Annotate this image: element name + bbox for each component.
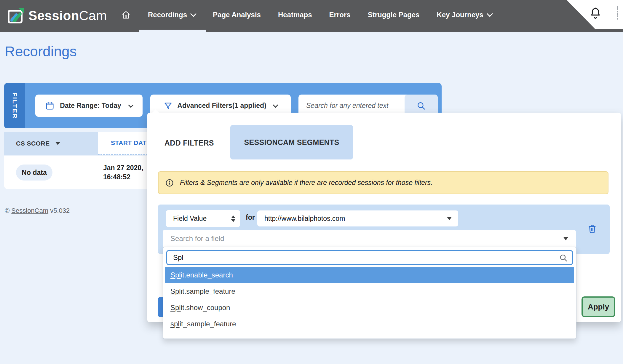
panel-pointer-notch [152,109,159,113]
chevron-down-icon [128,102,133,108]
suggestion-item[interactable]: split_sample_feature [165,316,574,332]
column-header-cs-score[interactable]: CS SCORE [4,132,98,155]
suggestion-item[interactable]: Split.enable_search [165,267,574,283]
dropdown-caret-icon [447,217,452,220]
nav-item-label: Errors [329,11,351,19]
home-icon [121,10,131,20]
field-type-select[interactable]: Field Value [166,210,240,227]
site-select[interactable]: http://www.bilalphotos.com [257,210,458,226]
chevron-down-icon [487,11,493,17]
notifications-button[interactable] [589,7,602,21]
nav-item-errors[interactable]: Errors [321,11,359,19]
sessioncam-footer-link[interactable]: SessionCam [11,207,48,214]
search-icon [559,253,568,264]
info-icon [165,178,174,187]
field-type-value: Field Value [173,215,207,223]
footer-copyright: © SessionCam v5.032 [5,207,70,215]
nav-item-struggle-pages[interactable]: Struggle Pages [359,11,428,19]
nav-item-label: Heatmaps [278,11,312,19]
chevron-down-icon [190,11,197,17]
for-label: for [246,213,255,221]
kebab-menu-icon[interactable] [617,6,618,20]
nav-item-label: Struggle Pages [368,11,420,19]
trash-icon [587,223,597,234]
bell-icon [589,7,602,20]
app-screen: SessionCam Recordings Page Analysis Heat… [0,0,623,364]
cs-score-header-label: CS SCORE [16,140,50,147]
brand-name: SessionCam [28,8,107,23]
nav-item-label: Recordings [148,11,187,19]
start-date-line2: 16:48:52 [103,173,143,182]
funnel-icon [164,101,172,110]
start-date-header-label: START DATE [111,139,151,146]
cs-score-badge: No data [16,165,52,181]
brand-logo[interactable]: SessionCam [7,7,107,24]
suggestion-item[interactable]: Split.show_coupon [165,299,574,316]
delete-filter-button[interactable] [587,223,597,235]
filter-side-tab-label: FILTER [11,92,18,119]
start-date-line1: Jan 27 2020, [103,163,143,173]
site-select-value: http://www.bilalphotos.com [264,215,345,223]
field-suggestions-popup: Split.enable_search Split.sample_feature… [163,247,576,339]
field-search-wrap [166,250,573,265]
field-combo-box[interactable]: Search for a field [163,230,576,247]
tab-add-filters[interactable]: ADD FILTERS [164,139,214,147]
select-spinner-icon [231,215,235,222]
version-label: v5.032 [50,207,70,214]
nav-item-home[interactable] [113,10,139,20]
advanced-filters-label: Advanced Filters(1 applied) [177,102,266,110]
date-range-label: Date Range: Today [60,102,121,110]
field-combo-placeholder: Search for a field [170,234,224,243]
nav-item-label: Page Analysis [213,11,261,19]
sort-descending-icon [55,142,60,145]
chevron-down-icon [273,102,278,108]
advanced-filters-panel: ADD FILTERS SESSIONCAM SEGMENTS Filters … [147,113,621,322]
apply-button[interactable]: Apply [582,296,615,317]
active-tab-indicator [139,30,206,32]
copyright-symbol: © [5,207,9,214]
info-banner: Filters & Segments are only available if… [158,171,608,194]
tab-sessioncam-segments[interactable]: SESSIONCAM SEGMENTS [230,125,353,159]
sessioncam-logo-icon [7,7,24,24]
filter-side-tab[interactable]: FILTER [4,83,25,128]
dropdown-caret-icon [563,237,568,240]
nav-items: Recordings Page Analysis Heatmaps Errors… [113,0,501,30]
top-navbar: SessionCam Recordings Page Analysis Heat… [0,0,623,32]
nav-item-page-analysis[interactable]: Page Analysis [204,11,269,19]
start-date-cell: Jan 27 2020, 16:48:52 [103,163,143,182]
nav-item-label: Key Journeys [437,11,483,19]
field-search-input[interactable] [166,250,573,265]
suggestion-item[interactable]: Split.sample_feature [165,283,574,299]
nav-item-heatmaps[interactable]: Heatmaps [269,11,321,19]
nav-item-key-journeys[interactable]: Key Journeys [428,11,500,19]
search-icon [416,101,426,111]
navbar-corner-cutout [567,0,623,29]
info-banner-text: Filters & Segments are only available if… [180,179,433,187]
page-title: Recordings [5,43,77,60]
nav-item-recordings[interactable]: Recordings [139,11,204,19]
date-range-button[interactable]: Date Range: Today [35,95,143,117]
calendar-icon [45,101,55,111]
